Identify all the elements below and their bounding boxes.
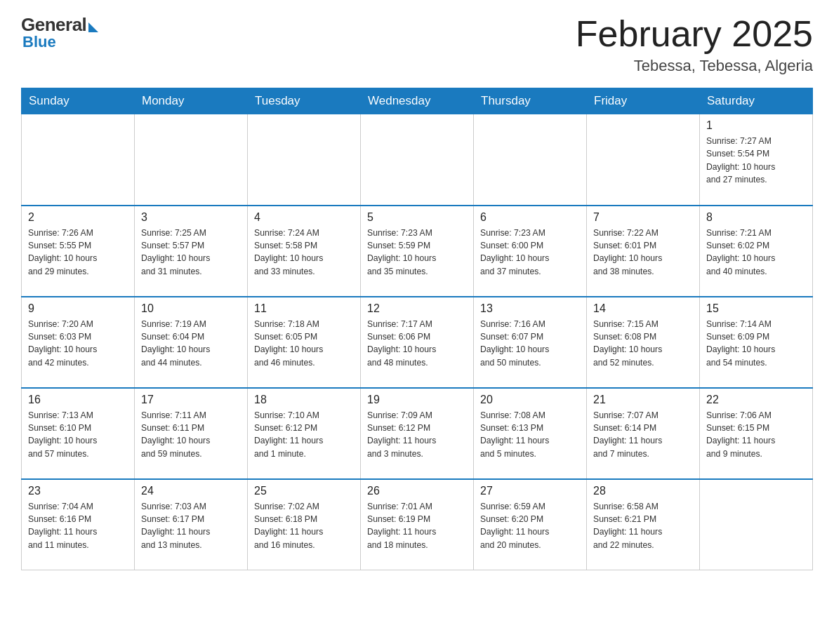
day-number: 15 [706,302,806,315]
day-number: 17 [141,394,241,406]
calendar-cell: 9Sunrise: 7:20 AM Sunset: 6:03 PM Daylig… [22,297,135,388]
calendar-cell: 3Sunrise: 7:25 AM Sunset: 5:57 PM Daylig… [135,206,248,297]
weekday-header-wednesday: Wednesday [361,88,474,114]
day-number: 21 [593,394,693,406]
day-info: Sunrise: 6:58 AM Sunset: 6:21 PM Dayligh… [593,500,693,551]
day-number: 4 [254,211,354,224]
day-number: 28 [593,485,693,497]
logo: General Blue [21,14,98,51]
day-info: Sunrise: 7:13 AM Sunset: 6:10 PM Dayligh… [28,409,128,460]
day-number: 19 [367,394,467,406]
calendar-cell: 23Sunrise: 7:04 AM Sunset: 6:16 PM Dayli… [22,479,135,570]
day-info: Sunrise: 7:19 AM Sunset: 6:04 PM Dayligh… [141,318,241,369]
day-info: Sunrise: 7:09 AM Sunset: 6:12 PM Dayligh… [367,409,467,460]
day-number: 6 [480,211,580,224]
calendar-week-row: 2Sunrise: 7:26 AM Sunset: 5:55 PM Daylig… [22,206,813,297]
day-info: Sunrise: 7:25 AM Sunset: 5:57 PM Dayligh… [141,227,241,278]
day-info: Sunrise: 7:02 AM Sunset: 6:18 PM Dayligh… [254,500,354,551]
title-section: February 2025 Tebessa, Tebessa, Algeria [576,14,813,75]
weekday-header-monday: Monday [135,88,248,114]
day-number: 25 [254,485,354,497]
day-info: Sunrise: 7:04 AM Sunset: 6:16 PM Dayligh… [28,500,128,551]
day-number: 13 [480,302,580,315]
weekday-header-tuesday: Tuesday [248,88,361,114]
day-number: 26 [367,485,467,497]
calendar-cell: 6Sunrise: 7:23 AM Sunset: 6:00 PM Daylig… [474,206,587,297]
calendar-cell: 11Sunrise: 7:18 AM Sunset: 6:05 PM Dayli… [248,297,361,388]
day-number: 5 [367,211,467,224]
calendar-cell: 2Sunrise: 7:26 AM Sunset: 5:55 PM Daylig… [22,206,135,297]
weekday-header-friday: Friday [587,88,700,114]
calendar-week-row: 23Sunrise: 7:04 AM Sunset: 6:16 PM Dayli… [22,479,813,570]
day-info: Sunrise: 7:27 AM Sunset: 5:54 PM Dayligh… [706,135,806,186]
day-info: Sunrise: 7:10 AM Sunset: 6:12 PM Dayligh… [254,409,354,460]
calendar-cell [22,114,135,206]
day-number: 2 [28,211,128,224]
logo-triangle-icon [88,22,98,32]
calendar-cell: 25Sunrise: 7:02 AM Sunset: 6:18 PM Dayli… [248,479,361,570]
day-info: Sunrise: 6:59 AM Sunset: 6:20 PM Dayligh… [480,500,580,551]
day-info: Sunrise: 7:01 AM Sunset: 6:19 PM Dayligh… [367,500,467,551]
calendar-cell: 1Sunrise: 7:27 AM Sunset: 5:54 PM Daylig… [700,114,813,206]
day-info: Sunrise: 7:06 AM Sunset: 6:15 PM Dayligh… [706,409,806,460]
calendar-table: SundayMondayTuesdayWednesdayThursdayFrid… [21,88,813,570]
calendar-cell: 24Sunrise: 7:03 AM Sunset: 6:17 PM Dayli… [135,479,248,570]
weekday-header-saturday: Saturday [700,88,813,114]
calendar-cell: 19Sunrise: 7:09 AM Sunset: 6:12 PM Dayli… [361,388,474,479]
day-number: 9 [28,302,128,315]
day-info: Sunrise: 7:21 AM Sunset: 6:02 PM Dayligh… [706,227,806,278]
location-title: Tebessa, Tebessa, Algeria [576,57,813,75]
logo-blue-text: Blue [22,33,98,51]
calendar-cell [361,114,474,206]
calendar-week-row: 1Sunrise: 7:27 AM Sunset: 5:54 PM Daylig… [22,114,813,206]
calendar-week-row: 16Sunrise: 7:13 AM Sunset: 6:10 PM Dayli… [22,388,813,479]
calendar-cell: 17Sunrise: 7:11 AM Sunset: 6:11 PM Dayli… [135,388,248,479]
day-number: 14 [593,302,693,315]
day-number: 1 [706,119,806,132]
day-info: Sunrise: 7:23 AM Sunset: 5:59 PM Dayligh… [367,227,467,278]
calendar-cell: 13Sunrise: 7:16 AM Sunset: 6:07 PM Dayli… [474,297,587,388]
calendar-cell: 16Sunrise: 7:13 AM Sunset: 6:10 PM Dayli… [22,388,135,479]
calendar-week-row: 9Sunrise: 7:20 AM Sunset: 6:03 PM Daylig… [22,297,813,388]
day-info: Sunrise: 7:11 AM Sunset: 6:11 PM Dayligh… [141,409,241,460]
day-info: Sunrise: 7:14 AM Sunset: 6:09 PM Dayligh… [706,318,806,369]
calendar-cell [248,114,361,206]
day-info: Sunrise: 7:20 AM Sunset: 6:03 PM Dayligh… [28,318,128,369]
calendar-cell: 22Sunrise: 7:06 AM Sunset: 6:15 PM Dayli… [700,388,813,479]
month-title: February 2025 [576,14,813,54]
day-number: 8 [706,211,806,224]
day-number: 12 [367,302,467,315]
weekday-header-sunday: Sunday [22,88,135,114]
day-number: 7 [593,211,693,224]
day-info: Sunrise: 7:26 AM Sunset: 5:55 PM Dayligh… [28,227,128,278]
calendar-cell: 21Sunrise: 7:07 AM Sunset: 6:14 PM Dayli… [587,388,700,479]
calendar-header-row: SundayMondayTuesdayWednesdayThursdayFrid… [22,88,813,114]
calendar-cell: 5Sunrise: 7:23 AM Sunset: 5:59 PM Daylig… [361,206,474,297]
calendar-cell: 8Sunrise: 7:21 AM Sunset: 6:02 PM Daylig… [700,206,813,297]
calendar-cell: 27Sunrise: 6:59 AM Sunset: 6:20 PM Dayli… [474,479,587,570]
calendar-cell: 14Sunrise: 7:15 AM Sunset: 6:08 PM Dayli… [587,297,700,388]
day-number: 18 [254,394,354,406]
day-number: 20 [480,394,580,406]
day-number: 27 [480,485,580,497]
calendar-cell: 28Sunrise: 6:58 AM Sunset: 6:21 PM Dayli… [587,479,700,570]
calendar-cell: 20Sunrise: 7:08 AM Sunset: 6:13 PM Dayli… [474,388,587,479]
calendar-cell: 18Sunrise: 7:10 AM Sunset: 6:12 PM Dayli… [248,388,361,479]
calendar-cell: 26Sunrise: 7:01 AM Sunset: 6:19 PM Dayli… [361,479,474,570]
calendar-cell [135,114,248,206]
day-number: 22 [706,394,806,406]
calendar-cell: 7Sunrise: 7:22 AM Sunset: 6:01 PM Daylig… [587,206,700,297]
calendar-cell [700,479,813,570]
weekday-header-thursday: Thursday [474,88,587,114]
calendar-cell [587,114,700,206]
calendar-cell: 10Sunrise: 7:19 AM Sunset: 6:04 PM Dayli… [135,297,248,388]
day-number: 10 [141,302,241,315]
day-info: Sunrise: 7:18 AM Sunset: 6:05 PM Dayligh… [254,318,354,369]
day-info: Sunrise: 7:08 AM Sunset: 6:13 PM Dayligh… [480,409,580,460]
day-info: Sunrise: 7:22 AM Sunset: 6:01 PM Dayligh… [593,227,693,278]
day-info: Sunrise: 7:23 AM Sunset: 6:00 PM Dayligh… [480,227,580,278]
day-info: Sunrise: 7:07 AM Sunset: 6:14 PM Dayligh… [593,409,693,460]
day-number: 24 [141,485,241,497]
day-number: 16 [28,394,128,406]
day-info: Sunrise: 7:15 AM Sunset: 6:08 PM Dayligh… [593,318,693,369]
